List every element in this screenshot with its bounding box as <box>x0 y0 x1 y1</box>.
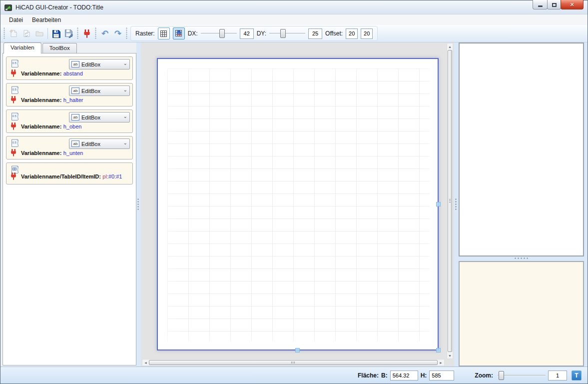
scroll-down-icon[interactable]: ▼ <box>447 352 453 358</box>
menu-item-bearbeiten[interactable]: Bearbeiten <box>27 16 65 24</box>
resize-handle-right[interactable] <box>436 202 441 206</box>
scrollbar-grip-icon <box>291 362 295 364</box>
minimize-icon <box>538 6 543 7</box>
number-doc-icon: 0.5 <box>10 59 19 68</box>
window-controls: ✕ <box>533 0 584 10</box>
redo-button[interactable]: ↷ <box>111 27 124 40</box>
scroll-left-icon[interactable]: ◄ <box>143 360 148 366</box>
canvas-height-input[interactable] <box>429 370 454 380</box>
zoom-slider-thumb[interactable] <box>499 371 504 380</box>
variable-card[interactable]: 0.5 ab EditBox ⌄ Variablenname: <box>6 110 133 133</box>
close-button[interactable]: ✕ <box>561 0 584 10</box>
dx-slider[interactable] <box>201 28 237 38</box>
save-button[interactable] <box>49 27 62 40</box>
tab-variablen[interactable]: Variablen <box>3 42 41 54</box>
raster-label: Raster: <box>135 30 155 37</box>
plug-icon <box>10 70 16 77</box>
svg-text:0.5: 0.5 <box>12 141 17 144</box>
snap-to-grid-button[interactable] <box>173 28 185 40</box>
variable-name-value: h_oben <box>63 124 82 130</box>
chevron-down-icon: ⌄ <box>123 88 127 92</box>
scroll-right-icon[interactable]: ► <box>438 360 444 366</box>
chevron-down-icon: ⌄ <box>123 114 127 119</box>
number-doc-icon: 0.5 <box>10 112 19 121</box>
control-type-dropdown[interactable]: ab EditBox ⌄ <box>69 138 130 149</box>
zoom-label: Zoom: <box>475 372 493 379</box>
toolbar-grip[interactable] <box>95 28 97 40</box>
variable-card[interactable]: 0.5 ab EditBox ⌄ Variablenname: <box>6 136 133 160</box>
svg-text:0.5: 0.5 <box>12 114 17 118</box>
dx-input[interactable] <box>240 28 254 39</box>
zoom-slider[interactable] <box>498 370 546 380</box>
design-canvas[interactable] <box>157 58 439 350</box>
statusbar: Fläche: B: H: Zoom: T <box>0 366 588 384</box>
toolbar-grip[interactable] <box>3 28 5 40</box>
height-label: H: <box>421 372 427 379</box>
dx-slider-thumb[interactable] <box>219 29 225 38</box>
undo-button[interactable]: ↶ <box>98 27 111 40</box>
offset-y-input[interactable] <box>361 28 373 39</box>
offset-x-input[interactable] <box>346 28 358 39</box>
show-grid-button[interactable] <box>158 28 170 40</box>
text-mode-button[interactable]: T <box>572 370 582 380</box>
variable-name-label: Variablenname: <box>21 150 61 156</box>
new-file-button <box>7 27 20 40</box>
grid-icon <box>160 30 167 38</box>
dy-slider-thumb[interactable] <box>280 29 286 38</box>
snap-grid-icon <box>175 30 183 38</box>
canvas-grid-glow <box>158 59 438 350</box>
control-type-dropdown[interactable]: ab EditBox ⌄ <box>69 59 130 70</box>
menu-item-datei[interactable]: Datei <box>4 16 27 24</box>
table-variable-card[interactable]: Variablenname/TableID/ItemID: pl:#0:#1 <box>6 162 133 184</box>
control-type-dropdown[interactable]: ab EditBox ⌄ <box>69 86 130 96</box>
editbox-icon: ab <box>71 140 79 147</box>
variables-list: 0.5 ab EditBox ⌄ Variablenname: <box>2 53 136 366</box>
resize-handle-corner[interactable] <box>436 348 441 352</box>
horizontal-scrollbar-thumb[interactable] <box>149 360 438 365</box>
editbox-icon: ab <box>71 114 79 120</box>
raster-settings-group: Raster: DX: DY: <box>130 26 378 41</box>
save-as-button[interactable] <box>62 27 75 40</box>
dy-slider[interactable] <box>269 28 305 38</box>
dy-input[interactable] <box>308 28 322 39</box>
titlebar[interactable]: HiCAD GUI-Creator - TODO:Title ✕ <box>0 0 588 14</box>
new-file-icon <box>9 29 18 38</box>
scrollbar-grip-icon <box>449 199 451 202</box>
editbox-icon: ab <box>71 61 79 68</box>
variable-name-value: h_unten <box>63 150 83 156</box>
left-panel-tabs: Variablen ToolBox <box>3 42 78 53</box>
zoom-slider-track <box>498 375 546 376</box>
table-variable-label: Variablenname/TableID/ItemID: <box>21 174 101 180</box>
undo-icon: ↶ <box>101 30 108 38</box>
preview-top-panel <box>459 42 584 256</box>
tab-toolbox[interactable]: ToolBox <box>42 43 77 53</box>
resize-handle-bottom[interactable] <box>295 348 300 352</box>
right-splitter[interactable] <box>454 42 458 366</box>
vertical-scrollbar-thumb[interactable] <box>448 50 452 352</box>
canvas-width-input[interactable] <box>390 370 418 380</box>
main-area: Variablen ToolBox 0.5 ab EditBox ⌄ <box>0 42 588 366</box>
redo-icon: ↷ <box>114 30 121 38</box>
variable-card[interactable]: 0.5 ab EditBox ⌄ Variablenname: <box>6 56 133 80</box>
area-label: Fläche: <box>358 372 379 379</box>
toolbar-grip[interactable] <box>126 28 128 40</box>
variable-name-value: h_halter <box>63 97 83 103</box>
number-doc-icon: 0.5 <box>10 86 19 94</box>
table-variable-prefix: pl <box>102 174 107 180</box>
zoom-input[interactable] <box>548 370 567 380</box>
plug-variable-button[interactable] <box>80 27 93 40</box>
window-title: HiCAD GUI-Creator - TODO:Title <box>15 4 103 11</box>
left-splitter[interactable] <box>136 42 141 366</box>
canvas-vertical-scrollbar[interactable]: ▲ ▼ <box>447 43 453 359</box>
offset-label: Offset: <box>325 30 343 37</box>
canvas-horizontal-scrollbar[interactable]: ◄ ► <box>142 359 445 366</box>
maximize-button[interactable] <box>547 0 561 10</box>
control-type-dropdown[interactable]: ab EditBox ⌄ <box>69 112 130 122</box>
chevron-down-icon: ⌄ <box>123 61 127 66</box>
minimize-button[interactable] <box>533 0 548 10</box>
scroll-up-icon[interactable]: ▲ <box>447 44 453 50</box>
variable-card[interactable]: 0.5 ab EditBox ⌄ Variablenname: <box>6 83 133 106</box>
preview-splitter[interactable] <box>458 256 585 261</box>
save-as-icon <box>64 29 73 38</box>
toolbar-grip[interactable] <box>77 28 79 40</box>
